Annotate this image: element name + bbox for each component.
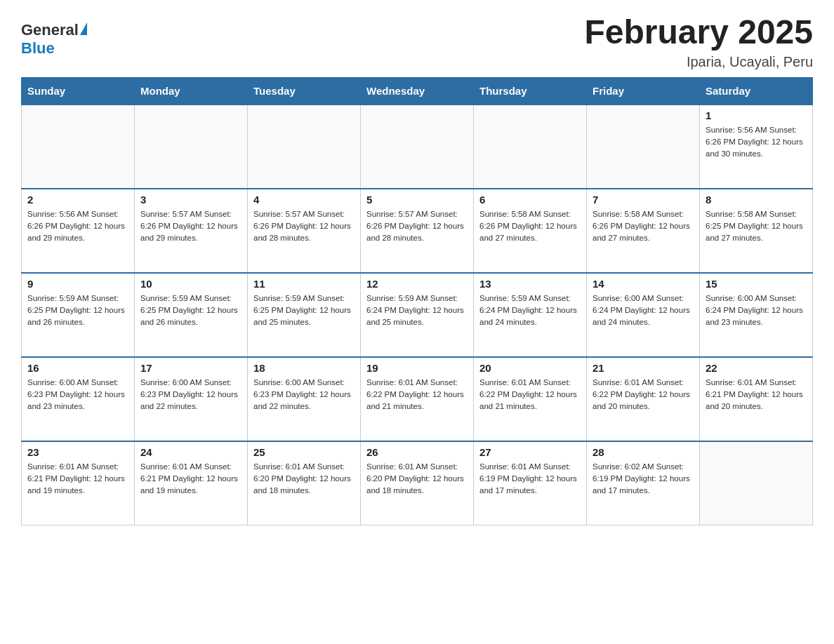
day-info: Sunrise: 5:58 AM Sunset: 6:26 PM Dayligh… (479, 208, 581, 245)
logo-blue-text: Blue (21, 39, 55, 57)
day-number: 24 (140, 446, 241, 458)
day-info: Sunrise: 6:00 AM Sunset: 6:23 PM Dayligh… (27, 377, 128, 413)
calendar-cell (474, 105, 587, 189)
calendar-cell: 4Sunrise: 5:57 AM Sunset: 6:26 PM Daylig… (248, 189, 361, 273)
day-number: 3 (140, 194, 241, 206)
day-info: Sunrise: 6:01 AM Sunset: 6:19 PM Dayligh… (479, 461, 581, 497)
day-number: 23 (27, 446, 128, 458)
calendar-week-row-4: 16Sunrise: 6:00 AM Sunset: 6:23 PM Dayli… (22, 357, 813, 441)
day-info: Sunrise: 6:01 AM Sunset: 6:22 PM Dayligh… (479, 377, 581, 413)
calendar-cell: 2Sunrise: 5:56 AM Sunset: 6:26 PM Daylig… (22, 189, 135, 273)
calendar-week-row-3: 9Sunrise: 5:59 AM Sunset: 6:25 PM Daylig… (22, 273, 813, 357)
calendar-cell: 19Sunrise: 6:01 AM Sunset: 6:22 PM Dayli… (361, 357, 474, 441)
location: Iparia, Ucayali, Peru (584, 54, 813, 70)
day-info: Sunrise: 6:01 AM Sunset: 6:20 PM Dayligh… (366, 461, 468, 497)
weekday-header-friday: Friday (587, 77, 700, 105)
day-number: 16 (27, 362, 128, 374)
day-number: 15 (706, 278, 807, 290)
calendar-week-row-2: 2Sunrise: 5:56 AM Sunset: 6:26 PM Daylig… (22, 189, 813, 273)
day-info: Sunrise: 6:01 AM Sunset: 6:21 PM Dayligh… (140, 461, 241, 497)
day-info: Sunrise: 6:00 AM Sunset: 6:23 PM Dayligh… (253, 377, 355, 413)
day-number: 12 (366, 278, 468, 290)
weekday-header-thursday: Thursday (474, 77, 587, 105)
calendar-cell: 24Sunrise: 6:01 AM Sunset: 6:21 PM Dayli… (135, 441, 248, 525)
calendar-cell: 27Sunrise: 6:01 AM Sunset: 6:19 PM Dayli… (474, 441, 587, 525)
day-info: Sunrise: 6:00 AM Sunset: 6:24 PM Dayligh… (593, 293, 694, 329)
calendar-cell: 3Sunrise: 5:57 AM Sunset: 6:26 PM Daylig… (135, 189, 248, 273)
day-info: Sunrise: 6:00 AM Sunset: 6:24 PM Dayligh… (706, 293, 807, 329)
weekday-header-monday: Monday (135, 77, 248, 105)
day-number: 6 (479, 194, 581, 206)
calendar-cell: 11Sunrise: 5:59 AM Sunset: 6:25 PM Dayli… (248, 273, 361, 357)
calendar-table: SundayMondayTuesdayWednesdayThursdayFrid… (21, 77, 813, 526)
calendar-cell: 18Sunrise: 6:00 AM Sunset: 6:23 PM Dayli… (248, 357, 361, 441)
day-number: 25 (253, 446, 355, 458)
calendar-cell: 8Sunrise: 5:58 AM Sunset: 6:25 PM Daylig… (700, 189, 813, 273)
day-info: Sunrise: 6:01 AM Sunset: 6:22 PM Dayligh… (366, 377, 468, 413)
day-info: Sunrise: 6:01 AM Sunset: 6:20 PM Dayligh… (253, 461, 355, 497)
title-area: February 2025 Iparia, Ucayali, Peru (584, 14, 813, 70)
calendar-cell: 6Sunrise: 5:58 AM Sunset: 6:26 PM Daylig… (474, 189, 587, 273)
logo: General Blue (21, 21, 87, 58)
day-number: 21 (593, 362, 694, 374)
day-info: Sunrise: 6:01 AM Sunset: 6:22 PM Dayligh… (593, 377, 694, 413)
day-number: 9 (27, 278, 128, 290)
calendar-cell (361, 105, 474, 189)
calendar-cell: 26Sunrise: 6:01 AM Sunset: 6:20 PM Dayli… (361, 441, 474, 525)
day-number: 26 (366, 446, 468, 458)
day-info: Sunrise: 6:01 AM Sunset: 6:21 PM Dayligh… (706, 377, 807, 413)
calendar-cell: 1Sunrise: 5:56 AM Sunset: 6:26 PM Daylig… (700, 105, 813, 189)
day-info: Sunrise: 5:58 AM Sunset: 6:25 PM Dayligh… (706, 208, 807, 245)
calendar-cell: 17Sunrise: 6:00 AM Sunset: 6:23 PM Dayli… (135, 357, 248, 441)
day-info: Sunrise: 5:57 AM Sunset: 6:26 PM Dayligh… (253, 208, 355, 245)
calendar-cell: 28Sunrise: 6:02 AM Sunset: 6:19 PM Dayli… (587, 441, 700, 525)
day-info: Sunrise: 5:59 AM Sunset: 6:25 PM Dayligh… (253, 293, 355, 329)
logo-container: General Blue (21, 21, 87, 58)
day-info: Sunrise: 5:56 AM Sunset: 6:26 PM Dayligh… (706, 124, 807, 161)
calendar-cell: 20Sunrise: 6:01 AM Sunset: 6:22 PM Dayli… (474, 357, 587, 441)
day-info: Sunrise: 6:01 AM Sunset: 6:21 PM Dayligh… (27, 461, 128, 497)
day-info: Sunrise: 5:58 AM Sunset: 6:26 PM Dayligh… (593, 208, 694, 245)
day-number: 4 (253, 194, 355, 206)
day-info: Sunrise: 5:56 AM Sunset: 6:26 PM Dayligh… (27, 208, 128, 245)
day-number: 10 (140, 278, 241, 290)
day-number: 5 (366, 194, 468, 206)
day-number: 1 (706, 109, 807, 121)
calendar-week-row-1: 1Sunrise: 5:56 AM Sunset: 6:26 PM Daylig… (22, 105, 813, 189)
day-info: Sunrise: 5:59 AM Sunset: 6:24 PM Dayligh… (479, 293, 581, 329)
calendar-cell: 9Sunrise: 5:59 AM Sunset: 6:25 PM Daylig… (22, 273, 135, 357)
weekday-header-tuesday: Tuesday (248, 77, 361, 105)
calendar-cell: 21Sunrise: 6:01 AM Sunset: 6:22 PM Dayli… (587, 357, 700, 441)
logo-general-text: General (21, 21, 79, 39)
calendar-cell: 15Sunrise: 6:00 AM Sunset: 6:24 PM Dayli… (700, 273, 813, 357)
day-info: Sunrise: 6:02 AM Sunset: 6:19 PM Dayligh… (593, 461, 694, 497)
weekday-header-row: SundayMondayTuesdayWednesdayThursdayFrid… (22, 77, 813, 105)
day-number: 20 (479, 362, 581, 374)
day-number: 13 (479, 278, 581, 290)
day-info: Sunrise: 5:57 AM Sunset: 6:26 PM Dayligh… (366, 208, 468, 245)
day-info: Sunrise: 5:57 AM Sunset: 6:26 PM Dayligh… (140, 208, 241, 245)
calendar-cell: 23Sunrise: 6:01 AM Sunset: 6:21 PM Dayli… (22, 441, 135, 525)
calendar-cell (135, 105, 248, 189)
calendar-cell: 5Sunrise: 5:57 AM Sunset: 6:26 PM Daylig… (361, 189, 474, 273)
weekday-header-wednesday: Wednesday (361, 77, 474, 105)
day-number: 27 (479, 446, 581, 458)
day-info: Sunrise: 5:59 AM Sunset: 6:25 PM Dayligh… (140, 293, 241, 329)
calendar-cell: 7Sunrise: 5:58 AM Sunset: 6:26 PM Daylig… (587, 189, 700, 273)
calendar-cell: 14Sunrise: 6:00 AM Sunset: 6:24 PM Dayli… (587, 273, 700, 357)
calendar-cell: 25Sunrise: 6:01 AM Sunset: 6:20 PM Dayli… (248, 441, 361, 525)
day-number: 18 (253, 362, 355, 374)
month-title: February 2025 (584, 14, 813, 51)
calendar-week-row-5: 23Sunrise: 6:01 AM Sunset: 6:21 PM Dayli… (22, 441, 813, 525)
day-info: Sunrise: 5:59 AM Sunset: 6:25 PM Dayligh… (27, 293, 128, 329)
calendar-cell: 16Sunrise: 6:00 AM Sunset: 6:23 PM Dayli… (22, 357, 135, 441)
calendar-cell (22, 105, 135, 189)
logo-triangle-icon (80, 22, 87, 35)
calendar-cell: 12Sunrise: 5:59 AM Sunset: 6:24 PM Dayli… (361, 273, 474, 357)
weekday-header-sunday: Sunday (22, 77, 135, 105)
day-number: 28 (593, 446, 694, 458)
day-number: 7 (593, 194, 694, 206)
day-number: 19 (366, 362, 468, 374)
day-number: 2 (27, 194, 128, 206)
day-number: 14 (593, 278, 694, 290)
